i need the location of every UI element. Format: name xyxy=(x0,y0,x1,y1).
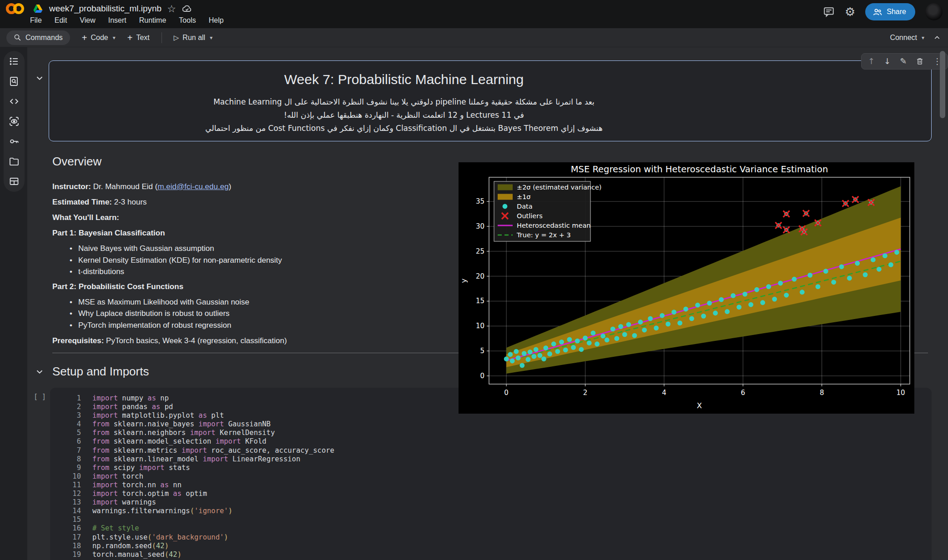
chevron-down-icon: ▾ xyxy=(922,35,924,41)
run-all-button[interactable]: ▷ Run all ▾ xyxy=(174,34,212,42)
cell-toolbar: ↑ ↓ ✎ ⋮ xyxy=(861,53,948,70)
svg-text:0: 0 xyxy=(480,372,484,380)
edit-cell-icon[interactable]: ✎ xyxy=(900,57,907,65)
notebook-content: Week 7: Probabilistic Machine Learning ب… xyxy=(27,47,948,560)
collapse-section-icon[interactable] xyxy=(35,366,45,376)
app-header: week7_probabilistic_ml.ipynb ☆ File Edit… xyxy=(0,0,948,28)
collapse-cell-icon[interactable] xyxy=(35,73,45,83)
cloud-saved-icon[interactable] xyxy=(182,3,192,14)
commands-button[interactable]: Commands xyxy=(6,30,70,45)
svg-text:8: 8 xyxy=(820,389,824,397)
connect-button[interactable]: Connect ▾ xyxy=(890,34,924,42)
run-cell-button[interactable]: [ ] xyxy=(34,393,46,401)
svg-text:25: 25 xyxy=(476,247,484,255)
svg-text:True: y = 2x + 3: True: y = 2x + 3 xyxy=(516,231,571,239)
avatar[interactable] xyxy=(925,3,943,20)
add-code-button[interactable]: + Code ▾ xyxy=(82,33,116,42)
settings-gear-icon[interactable]: ⚙ xyxy=(845,5,855,19)
svg-text:15: 15 xyxy=(476,297,484,305)
markdown-cell-title[interactable]: Week 7: Probabilistic Machine Learning ب… xyxy=(49,60,932,141)
menu-tools[interactable]: Tools xyxy=(179,16,196,25)
drive-icon xyxy=(33,4,43,13)
svg-text:5: 5 xyxy=(480,347,484,355)
setup-heading: Setup and Imports xyxy=(52,364,149,379)
delete-cell-icon[interactable] xyxy=(916,57,924,65)
people-icon xyxy=(872,7,882,16)
plus-icon: + xyxy=(127,33,133,42)
svg-text:MSE Regression with Heterosced: MSE Regression with Heteroscedastic Vari… xyxy=(571,164,828,175)
search-icon xyxy=(14,34,21,41)
svg-text:±1σ: ±1σ xyxy=(517,193,531,200)
svg-text:Outliers: Outliers xyxy=(517,212,543,220)
secrets-key-icon[interactable] xyxy=(9,136,20,147)
mse-chart-output: 024681005101520253035XyMSE Regression wi… xyxy=(459,162,914,414)
svg-text:±2σ (estimated variance): ±2σ (estimated variance) xyxy=(517,184,602,191)
notebook-toolbar: Commands + Code ▾ + Text ▷ Run all ▾ Con… xyxy=(0,28,948,47)
svg-text:2: 2 xyxy=(583,389,588,397)
share-button[interactable]: Share xyxy=(865,3,915,20)
svg-text:30: 30 xyxy=(476,222,484,230)
menu-edit[interactable]: Edit xyxy=(55,16,67,25)
arabic-line: هنشوف إزاي Bayes Theorem بتشتغل في ال Cl… xyxy=(49,122,759,135)
left-sidebar xyxy=(0,47,27,560)
menu-insert[interactable]: Insert xyxy=(108,16,126,25)
svg-text:Data: Data xyxy=(517,203,533,210)
svg-text:10: 10 xyxy=(476,322,484,330)
svg-text:20: 20 xyxy=(476,272,484,280)
arabic-line: في Lectures 11 و 12 اتعلمت النظرية - الن… xyxy=(49,109,759,122)
move-cell-up-icon[interactable]: ↑ xyxy=(868,57,875,65)
notebook-title[interactable]: week7_probabilistic_ml.ipynb xyxy=(49,4,161,14)
connect-label: Connect xyxy=(890,34,917,42)
menu-bar: File Edit View Insert Runtime Tools Help xyxy=(30,16,224,25)
chevron-down-icon[interactable]: ▾ xyxy=(113,35,116,41)
menu-runtime[interactable]: Runtime xyxy=(139,16,166,25)
svg-text:35: 35 xyxy=(476,197,484,205)
chevron-down-icon[interactable]: ▾ xyxy=(210,35,212,41)
collapse-toolbar-icon[interactable] xyxy=(933,34,941,41)
menu-help[interactable]: Help xyxy=(209,16,224,25)
plus-icon: + xyxy=(82,33,87,42)
data-table-icon[interactable] xyxy=(9,176,20,187)
commands-label: Commands xyxy=(25,34,63,42)
svg-text:6: 6 xyxy=(741,389,746,397)
add-text-button[interactable]: + Text xyxy=(127,33,150,42)
menu-view[interactable]: View xyxy=(80,16,95,25)
colab-logo[interactable] xyxy=(5,2,25,15)
share-label: Share xyxy=(887,8,906,16)
files-folder-icon[interactable] xyxy=(9,156,20,167)
code-snippets-icon[interactable] xyxy=(9,96,20,107)
svg-text:X: X xyxy=(697,401,702,410)
svg-text:0: 0 xyxy=(504,389,509,397)
run-all-label: Run all xyxy=(182,34,205,42)
move-cell-down-icon[interactable]: ↓ xyxy=(884,57,891,65)
menu-file[interactable]: File xyxy=(30,16,42,25)
instructor-email-link[interactable]: m.eid@fci-cu.edu.eg xyxy=(157,182,228,191)
add-code-label: Code xyxy=(91,34,108,42)
svg-text:Heteroscedastic mean: Heteroscedastic mean xyxy=(517,222,590,229)
svg-text:y: y xyxy=(459,278,468,283)
svg-text:4: 4 xyxy=(662,389,666,397)
notebook-heading: Week 7: Probabilistic Machine Learning xyxy=(49,72,759,87)
comments-icon[interactable] xyxy=(823,6,835,18)
play-icon: ▷ xyxy=(174,34,179,42)
star-icon[interactable]: ☆ xyxy=(166,3,177,14)
svg-text:10: 10 xyxy=(897,389,905,397)
vertical-scrollbar[interactable] xyxy=(940,51,945,118)
toolbar-divider xyxy=(161,32,162,43)
add-text-label: Text xyxy=(136,34,149,42)
arabic-line: بعد ما اتمرنا على مشكلة حقيقية وعملنا pi… xyxy=(49,95,759,109)
table-of-contents-icon[interactable] xyxy=(9,56,20,67)
find-replace-icon[interactable] xyxy=(9,76,20,87)
variable-inspector-icon[interactable] xyxy=(9,116,20,127)
sidebar-rail xyxy=(4,51,25,192)
